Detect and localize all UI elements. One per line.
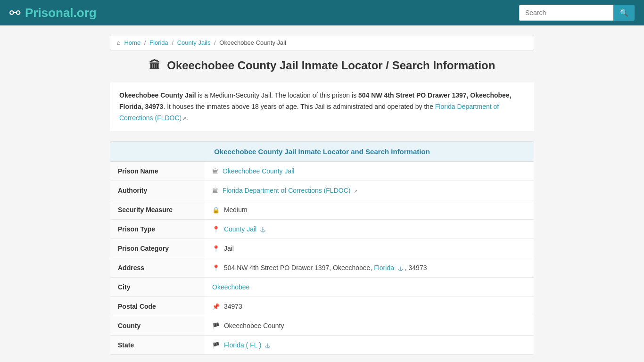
value-state: 🏴 Florida ( FL ) ⚓ [205,336,534,355]
address-icon: 📍 [212,264,220,272]
value-security: 🔒 Medium [205,200,534,220]
breadcrumb-home[interactable]: Home [124,39,140,46]
city-link[interactable]: Okeechobee [212,283,249,291]
state-link[interactable]: Florida ( FL ) [224,341,262,349]
search-input[interactable] [519,5,613,21]
label-prison-name: Prison Name [110,162,205,181]
label-prison-category: Prison Category [110,239,205,258]
table-row: Address 📍 504 NW 4th Street PO Drawer 13… [110,258,534,278]
value-address: 📍 504 NW 4th Street PO Drawer 1397, Okee… [205,258,534,278]
prison-name-link[interactable]: Okeechobee County Jail [223,167,295,175]
label-county: County [110,316,205,336]
county-icon: 🏴 [212,322,220,329]
state-ext-icon: ⚓ [264,343,270,348]
prison-type-icon: 📍 [212,226,220,233]
logo-suffix: .org [74,6,97,20]
label-security: Security Measure [110,200,205,220]
site-header: ⚯ Prisonal.org 🔍 [0,0,644,25]
table-row: Prison Category 📍 Jail [110,239,534,258]
state-icon: 🏴 [212,342,220,349]
table-row: Postal Code 📌 34973 [110,297,534,316]
desc-text3: . [187,114,189,122]
prison-category-value: Jail [224,245,234,252]
label-authority: Authority [110,181,205,200]
home-icon: ⌂ [117,39,121,46]
page-title-section: 🏛 Okeechobee County Jail Inmate Locator … [110,59,534,72]
label-address: Address [110,258,205,278]
description-block: Okeechobee County Jail is a Medium-Secur… [110,82,534,131]
table-row: Prison Name 🏛 Okeechobee County Jail [110,162,534,181]
authority-table-link[interactable]: Florida Department of Corrections (FLDOC… [223,187,351,194]
prison-icon: 🏛 [149,59,160,72]
label-city: City [110,278,205,297]
desc-text2: . It houses the inmates above 18 years o… [163,103,435,110]
logo-icon: ⚯ [9,5,20,21]
breadcrumb-florida[interactable]: Florida [149,39,168,46]
table-row: City Okeechobee [110,278,534,297]
table-row: Authority 🏛 Florida Department of Correc… [110,181,534,200]
breadcrumb-sep-1: / [144,39,146,46]
value-city: Okeechobee [205,278,534,297]
site-logo[interactable]: ⚯ Prisonal.org [9,5,97,21]
info-section-header: Okeechobee County Jail Inmate Locator an… [110,142,534,162]
address-state-ext-icon: ⚓ [397,266,403,271]
authority-icon: 🏛 [212,187,218,194]
table-row: Prison Type 📍 County Jail ⚓ [110,220,534,239]
value-county: 🏴 Okeechobee County [205,316,534,336]
table-row: Security Measure 🔒 Medium [110,200,534,220]
breadcrumb-current: Okeechobee County Jail [219,39,286,46]
security-value: Medium [224,206,248,214]
postal-value: 34973 [224,303,242,310]
label-state: State [110,336,205,355]
desc-text1: is a Medium-Security Jail. The location … [196,91,358,99]
prison-type-link[interactable]: County Jail [224,225,256,233]
address-zip: , 34973 [405,264,427,272]
prison-category-icon: 📍 [212,245,220,252]
prison-type-ext-icon: ⚓ [260,227,265,232]
value-authority: 🏛 Florida Department of Corrections (FLD… [205,181,534,200]
address-text: 504 NW 4th Street PO Drawer 1397, Okeech… [224,264,374,272]
breadcrumb-sep-2: / [172,39,173,46]
prison-name-icon: 🏛 [212,168,218,175]
ext-icon: ➚ [182,115,187,121]
page-title: 🏛 Okeechobee County Jail Inmate Locator … [110,59,534,72]
logo-name: Prisonal [25,6,74,20]
label-prison-type: Prison Type [110,220,205,239]
search-area: 🔍 [519,5,635,21]
value-prison-type: 📍 County Jail ⚓ [205,220,534,239]
address-state-link[interactable]: Florida [374,264,394,272]
value-prison-category: 📍 Jail [205,239,534,258]
security-icon: 🔒 [212,206,220,214]
breadcrumb-county-jails[interactable]: County Jails [177,39,211,46]
county-value: Okeechobee County [224,322,284,329]
value-postal-code: 📌 34973 [205,297,534,316]
logo-text: Prisonal.org [25,6,97,20]
info-table: Prison Name 🏛 Okeechobee County Jail Aut… [110,162,534,354]
table-row: State 🏴 Florida ( FL ) ⚓ [110,336,534,355]
authority-ext-icon: ➚ [354,189,357,194]
main-container: ⌂ Home / Florida / County Jails / Okeech… [105,35,539,355]
info-section: Okeechobee County Jail Inmate Locator an… [110,141,534,355]
breadcrumb-sep-3: / [214,39,216,46]
jail-name-bold: Okeechobee County Jail [119,91,196,99]
search-button[interactable]: 🔍 [613,5,635,21]
label-postal-code: Postal Code [110,297,205,316]
postal-icon: 📌 [212,303,220,310]
table-row: County 🏴 Okeechobee County [110,316,534,336]
value-prison-name: 🏛 Okeechobee County Jail [205,162,534,181]
breadcrumb: ⌂ Home / Florida / County Jails / Okeech… [110,35,534,50]
